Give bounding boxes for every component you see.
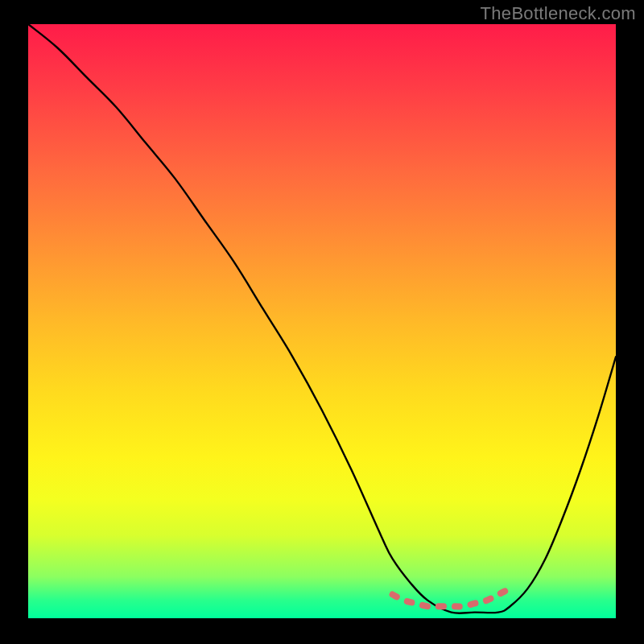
chart-root: TheBottleneck.com [0,0,644,644]
curve-layer [28,24,616,618]
bottleneck-curve [28,24,616,613]
plot-area [28,24,616,618]
optimal-region-marker [393,588,510,606]
watermark-label: TheBottleneck.com [481,3,636,24]
